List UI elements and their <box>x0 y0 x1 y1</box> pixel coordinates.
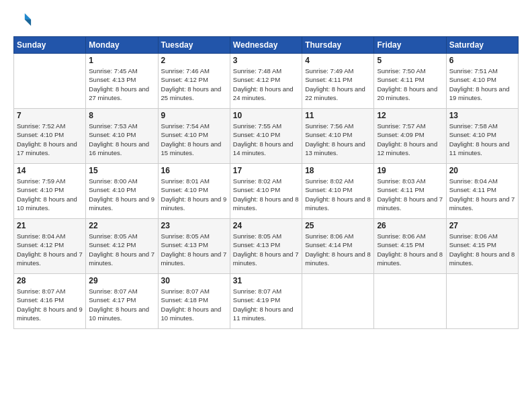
calendar-cell: 1Sunrise: 7:45 AMSunset: 4:13 PMDaylight… <box>86 54 158 109</box>
calendar-cell: 31Sunrise: 8:07 AMSunset: 4:19 PMDayligh… <box>230 274 302 329</box>
day-info: Sunrise: 8:02 AMSunset: 4:10 PMDaylight:… <box>233 177 299 212</box>
calendar-table: SundayMondayTuesdayWednesdayThursdayFrid… <box>13 36 519 329</box>
day-number: 16 <box>161 166 227 175</box>
day-number: 24 <box>233 221 299 230</box>
calendar-cell: 17Sunrise: 8:02 AMSunset: 4:10 PMDayligh… <box>230 164 302 219</box>
day-number: 5 <box>377 56 443 65</box>
day-number: 31 <box>233 276 299 285</box>
page: SundayMondayTuesdayWednesdayThursdayFrid… <box>0 0 532 411</box>
weekday-header-sunday: Sunday <box>14 37 86 54</box>
calendar-cell: 21Sunrise: 8:04 AMSunset: 4:12 PMDayligh… <box>14 219 86 274</box>
week-row-4: 21Sunrise: 8:04 AMSunset: 4:12 PMDayligh… <box>14 219 519 274</box>
calendar-cell <box>14 54 86 109</box>
day-info: Sunrise: 8:06 AMSunset: 4:15 PMDaylight:… <box>449 232 515 267</box>
day-number: 15 <box>89 166 154 175</box>
week-row-5: 28Sunrise: 8:07 AMSunset: 4:16 PMDayligh… <box>14 274 519 329</box>
weekday-header-friday: Friday <box>374 37 446 54</box>
day-number: 3 <box>233 56 299 65</box>
day-number: 14 <box>17 166 83 175</box>
day-info: Sunrise: 7:58 AMSunset: 4:10 PMDaylight:… <box>449 122 515 157</box>
day-number: 6 <box>449 56 515 65</box>
calendar-cell: 4Sunrise: 7:49 AMSunset: 4:11 PMDaylight… <box>302 54 374 109</box>
day-number: 29 <box>89 276 154 285</box>
calendar-cell: 6Sunrise: 7:51 AMSunset: 4:10 PMDaylight… <box>446 54 518 109</box>
day-info: Sunrise: 8:05 AMSunset: 4:12 PMDaylight:… <box>89 232 154 267</box>
day-info: Sunrise: 7:59 AMSunset: 4:10 PMDaylight:… <box>17 177 83 212</box>
calendar-cell: 23Sunrise: 8:05 AMSunset: 4:13 PMDayligh… <box>158 219 230 274</box>
day-info: Sunrise: 7:49 AMSunset: 4:11 PMDaylight:… <box>305 66 371 102</box>
day-info: Sunrise: 7:56 AMSunset: 4:10 PMDaylight:… <box>305 122 371 157</box>
calendar-cell: 3Sunrise: 7:48 AMSunset: 4:12 PMDaylight… <box>230 54 302 109</box>
day-info: Sunrise: 7:46 AMSunset: 4:12 PMDaylight:… <box>161 66 227 102</box>
day-info: Sunrise: 8:06 AMSunset: 4:15 PMDaylight:… <box>377 232 443 267</box>
calendar-cell: 22Sunrise: 8:05 AMSunset: 4:12 PMDayligh… <box>86 219 158 274</box>
calendar-cell: 5Sunrise: 7:50 AMSunset: 4:11 PMDaylight… <box>374 54 446 109</box>
calendar-cell: 20Sunrise: 8:04 AMSunset: 4:11 PMDayligh… <box>446 164 518 219</box>
week-row-2: 7Sunrise: 7:52 AMSunset: 4:10 PMDaylight… <box>14 109 519 164</box>
day-info: Sunrise: 8:02 AMSunset: 4:10 PMDaylight:… <box>305 177 371 212</box>
day-number: 8 <box>89 111 154 120</box>
calendar-cell: 27Sunrise: 8:06 AMSunset: 4:15 PMDayligh… <box>446 219 518 274</box>
calendar-cell: 9Sunrise: 7:54 AMSunset: 4:10 PMDaylight… <box>158 109 230 164</box>
weekday-header-thursday: Thursday <box>302 37 374 54</box>
day-number: 22 <box>89 221 154 230</box>
calendar-cell: 16Sunrise: 8:01 AMSunset: 4:10 PMDayligh… <box>158 164 230 219</box>
day-info: Sunrise: 8:00 AMSunset: 4:10 PMDaylight:… <box>89 177 154 212</box>
logo <box>13 11 35 30</box>
svg-marker-1 <box>25 19 31 26</box>
day-number: 28 <box>17 276 83 285</box>
day-number: 11 <box>305 111 371 120</box>
day-number: 17 <box>233 166 299 175</box>
calendar-cell: 14Sunrise: 7:59 AMSunset: 4:10 PMDayligh… <box>14 164 86 219</box>
calendar-cell <box>302 274 374 329</box>
weekday-header-monday: Monday <box>86 37 158 54</box>
weekday-header-saturday: Saturday <box>446 37 518 54</box>
day-info: Sunrise: 8:05 AMSunset: 4:13 PMDaylight:… <box>233 232 299 267</box>
day-number: 19 <box>377 166 443 175</box>
day-number: 30 <box>161 276 227 285</box>
day-info: Sunrise: 8:03 AMSunset: 4:11 PMDaylight:… <box>377 177 443 212</box>
day-info: Sunrise: 8:04 AMSunset: 4:11 PMDaylight:… <box>449 177 515 212</box>
calendar-cell: 7Sunrise: 7:52 AMSunset: 4:10 PMDaylight… <box>14 109 86 164</box>
day-info: Sunrise: 7:57 AMSunset: 4:09 PMDaylight:… <box>377 122 443 157</box>
day-info: Sunrise: 7:54 AMSunset: 4:10 PMDaylight:… <box>161 122 227 157</box>
day-number: 1 <box>89 56 154 65</box>
day-info: Sunrise: 8:07 AMSunset: 4:16 PMDaylight:… <box>17 287 83 322</box>
day-number: 25 <box>305 221 371 230</box>
day-number: 18 <box>305 166 371 175</box>
calendar-cell: 28Sunrise: 8:07 AMSunset: 4:16 PMDayligh… <box>14 274 86 329</box>
calendar-cell: 12Sunrise: 7:57 AMSunset: 4:09 PMDayligh… <box>374 109 446 164</box>
day-number: 20 <box>449 166 515 175</box>
calendar-cell: 25Sunrise: 8:06 AMSunset: 4:14 PMDayligh… <box>302 219 374 274</box>
day-info: Sunrise: 7:45 AMSunset: 4:13 PMDaylight:… <box>89 66 154 102</box>
day-number: 27 <box>449 221 515 230</box>
svg-marker-0 <box>25 13 31 19</box>
day-number: 12 <box>377 111 443 120</box>
logo-icon <box>13 11 32 30</box>
calendar-cell: 18Sunrise: 8:02 AMSunset: 4:10 PMDayligh… <box>302 164 374 219</box>
day-number: 23 <box>161 221 227 230</box>
day-info: Sunrise: 8:07 AMSunset: 4:17 PMDaylight:… <box>89 287 154 322</box>
week-row-1: 1Sunrise: 7:45 AMSunset: 4:13 PMDaylight… <box>14 54 519 109</box>
calendar-cell: 10Sunrise: 7:55 AMSunset: 4:10 PMDayligh… <box>230 109 302 164</box>
weekday-header-wednesday: Wednesday <box>230 37 302 54</box>
day-info: Sunrise: 8:07 AMSunset: 4:18 PMDaylight:… <box>161 287 227 322</box>
calendar-cell: 30Sunrise: 8:07 AMSunset: 4:18 PMDayligh… <box>158 274 230 329</box>
day-number: 2 <box>161 56 227 65</box>
day-info: Sunrise: 7:51 AMSunset: 4:10 PMDaylight:… <box>449 66 515 102</box>
day-info: Sunrise: 8:05 AMSunset: 4:13 PMDaylight:… <box>161 232 227 267</box>
day-info: Sunrise: 7:55 AMSunset: 4:10 PMDaylight:… <box>233 122 299 157</box>
day-number: 26 <box>377 221 443 230</box>
calendar-cell: 26Sunrise: 8:06 AMSunset: 4:15 PMDayligh… <box>374 219 446 274</box>
day-number: 9 <box>161 111 227 120</box>
day-info: Sunrise: 8:04 AMSunset: 4:12 PMDaylight:… <box>17 232 83 267</box>
day-info: Sunrise: 7:53 AMSunset: 4:10 PMDaylight:… <box>89 122 154 157</box>
calendar-cell: 19Sunrise: 8:03 AMSunset: 4:11 PMDayligh… <box>374 164 446 219</box>
day-info: Sunrise: 7:48 AMSunset: 4:12 PMDaylight:… <box>233 66 299 102</box>
week-row-3: 14Sunrise: 7:59 AMSunset: 4:10 PMDayligh… <box>14 164 519 219</box>
day-info: Sunrise: 7:50 AMSunset: 4:11 PMDaylight:… <box>377 66 443 102</box>
calendar-cell: 8Sunrise: 7:53 AMSunset: 4:10 PMDaylight… <box>86 109 158 164</box>
day-info: Sunrise: 7:52 AMSunset: 4:10 PMDaylight:… <box>17 122 83 157</box>
day-number: 21 <box>17 221 83 230</box>
calendar-cell: 11Sunrise: 7:56 AMSunset: 4:10 PMDayligh… <box>302 109 374 164</box>
